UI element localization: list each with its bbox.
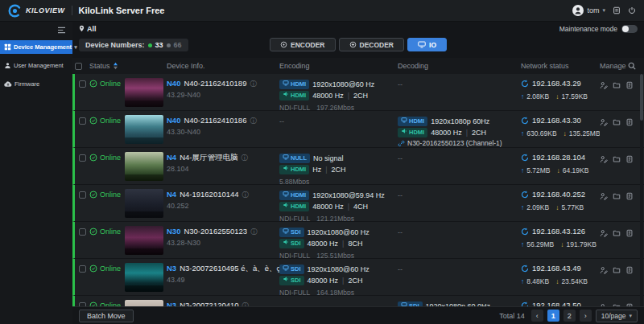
row-checkbox[interactable] — [79, 191, 86, 199]
device-title: N3N3-20072610495 é、à、è、çⓘ — [167, 264, 279, 273]
sidebar-item-device-management[interactable]: Device Management ▾ — [0, 40, 72, 54]
empty-value: -- — [398, 153, 521, 162]
column-network-status: Network status — [521, 62, 600, 70]
ip-line: 192.168.40.252 — [521, 190, 600, 199]
sidebar-item-user-management[interactable]: User Management — [0, 59, 72, 72]
manage-file-icon[interactable] — [613, 155, 621, 184]
manage-log-icon[interactable] — [625, 81, 634, 110]
manage-user-icon[interactable] — [600, 266, 608, 295]
network-refresh-icon[interactable] — [521, 228, 529, 236]
separator: | — [342, 238, 344, 249]
media-cell: SDI1920x1080@60 HzSDI48000 Hz|2CHNDI-FUL… — [279, 259, 398, 295]
select-all-checkbox[interactable] — [75, 63, 82, 70]
grid-icon — [4, 43, 11, 51]
location-filter[interactable]: All — [79, 25, 97, 33]
info-icon[interactable]: ⓘ — [241, 153, 248, 162]
power-icon[interactable] — [628, 6, 636, 14]
manage-log-icon[interactable] — [625, 192, 634, 221]
video-format: No signal — [313, 153, 344, 164]
manage-user-icon[interactable] — [600, 192, 608, 221]
video-badge: SDI — [279, 228, 304, 237]
video-badge: HDMI — [398, 117, 427, 126]
manage-file-icon[interactable] — [613, 266, 621, 295]
info-icon[interactable]: ⓘ — [250, 116, 257, 125]
video-badge-label: SDI — [409, 301, 419, 306]
device-name: N4-展厅管理电脑 — [180, 153, 237, 162]
video-badge: HDMI — [279, 191, 309, 200]
device-info-cell: N3N3-20072610495 é、à、è、çⓘ43.49 — [167, 259, 279, 295]
device-model: N40 — [167, 79, 180, 88]
manage-user-icon[interactable] — [600, 229, 608, 258]
audio-badge: HDMI — [279, 202, 309, 211]
network-refresh-icon[interactable] — [521, 265, 529, 273]
page-button-1[interactable]: 1 — [547, 310, 559, 322]
column-device-info: Device Info. — [167, 62, 279, 70]
kiloview-logo — [8, 4, 22, 18]
upload-rate: 2.09KB — [526, 203, 549, 211]
media-cell: -- — [279, 296, 398, 306]
page-button-2[interactable]: 2 — [564, 310, 576, 322]
audio-format: Hz — [312, 164, 321, 175]
manage-log-icon[interactable] — [625, 118, 634, 147]
page-size-select[interactable]: 10/page ▾ — [596, 310, 638, 322]
batch-move-button[interactable]: Batch Move — [79, 310, 134, 322]
row-checkbox[interactable] — [79, 228, 86, 236]
tab-encoder[interactable]: ENCODER — [270, 38, 336, 51]
status-cell: Online — [89, 74, 125, 110]
prev-page-button[interactable]: ‹ — [531, 310, 543, 322]
collapse-icon[interactable] — [0, 22, 72, 40]
row-checkbox[interactable] — [79, 117, 86, 125]
manage-file-icon[interactable] — [613, 118, 621, 147]
online-dot — [148, 43, 152, 47]
video-badge: SDI — [279, 265, 304, 274]
manage-log-icon[interactable] — [625, 229, 634, 258]
manage-log-icon[interactable] — [625, 266, 634, 295]
table-row: OnlineN4N4-展厅管理电脑ⓘ28.104NULLNo signalHDM… — [72, 148, 644, 185]
next-page-button[interactable]: › — [580, 310, 592, 322]
info-icon[interactable]: ⓘ — [250, 79, 257, 88]
info-icon[interactable]: ⓘ — [242, 190, 250, 199]
manage-log-icon[interactable] — [625, 155, 634, 184]
manage-user-icon[interactable] — [600, 155, 608, 184]
tab-decoder[interactable]: DECODER — [339, 38, 405, 51]
media-cell: -- — [398, 259, 521, 295]
up-arrow: ↑ — [521, 166, 524, 174]
empty-value: -- — [398, 264, 521, 273]
search-icon[interactable] — [628, 62, 636, 70]
row-checkbox[interactable] — [79, 154, 86, 162]
scrollbar-thumb[interactable] — [640, 74, 643, 121]
checkbox-cell — [75, 185, 89, 221]
speaker-icon — [283, 238, 289, 249]
network-refresh-icon[interactable] — [521, 154, 529, 162]
manage-user-icon[interactable] — [600, 81, 608, 110]
info-icon[interactable]: ⓘ — [242, 301, 250, 306]
manage-file-icon[interactable] — [613, 81, 621, 110]
tab-io[interactable]: IO — [407, 38, 447, 51]
manage-user-icon[interactable] — [600, 118, 608, 147]
sort-icon[interactable] — [113, 62, 118, 70]
device-model: N30 — [167, 227, 180, 236]
status-cell: Online — [89, 296, 125, 306]
channel-count: 2CH — [472, 127, 486, 138]
manage-file-icon[interactable] — [613, 192, 621, 221]
speaker-icon — [401, 127, 407, 138]
chevron-down-icon: ▾ — [629, 313, 632, 319]
row-checkbox[interactable] — [79, 80, 86, 88]
audio-format: 48000 Hz — [312, 90, 344, 101]
manage-file-icon[interactable] — [613, 229, 621, 258]
network-refresh-icon[interactable] — [521, 191, 529, 199]
network-refresh-icon[interactable] — [521, 117, 529, 125]
media-cell: HDMI1920x1080@60 HzHDMI48000 Hz|2CHNDI-F… — [279, 74, 398, 110]
audio-format: 48000 Hz — [431, 127, 462, 138]
user-menu[interactable]: tom ▾ — [572, 5, 605, 16]
maintenance-toggle[interactable] — [621, 25, 638, 33]
username: tom — [587, 6, 599, 14]
document-icon[interactable] — [613, 6, 621, 14]
row-checkbox[interactable] — [79, 265, 86, 273]
rate-line: ↑2.09KB↓5.77KB — [521, 203, 600, 211]
channel-count: 2CH — [348, 275, 362, 286]
info-icon[interactable]: ⓘ — [250, 227, 258, 236]
network-refresh-icon[interactable] — [521, 80, 529, 88]
sidebar-item-firmware[interactable]: Firmware — [0, 77, 72, 91]
network-cell: 192.168.43.50 — [521, 296, 600, 306]
